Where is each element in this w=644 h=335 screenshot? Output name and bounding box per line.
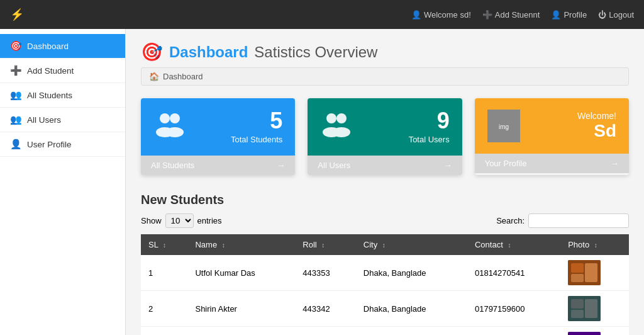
cell-name: Shirin Akter [187,291,295,327]
cell-sl: 2 [141,291,187,327]
all-users-icon: 👥 [10,114,22,125]
user-profile-icon: 👤 [10,139,22,150]
page-title: 🎯 Dashboard Satistics Overview [141,42,629,62]
search-input[interactable] [528,213,629,228]
cell-photo [560,255,629,291]
sidebar-item-add-student[interactable]: ➕ Add Student [0,59,125,83]
table-row: 3 Dhaka, Banglade 01787163600 [141,327,629,336]
search-box: Search: [496,213,629,228]
svg-rect-17 [571,310,584,318]
photo-thumbnail [568,332,601,335]
svg-point-1 [170,113,180,123]
brand-logo: ⚡ [10,8,24,21]
svg-rect-12 [585,263,597,282]
profile-card-bottom[interactable]: Your Profile → [475,154,629,173]
cell-contact: 01814270541 [467,255,560,291]
svg-point-0 [160,113,170,123]
sidebar-item-user-profile[interactable]: 👤 User Profile [0,132,125,157]
cell-city: Dhaka, Banglade [356,327,467,336]
profile-card-top: img Welcome! Sd [475,98,629,154]
cell-name [187,327,295,336]
cell-sl: 1 [141,255,187,291]
col-contact: Contact ↕ [467,234,560,255]
users-arrow-icon: → [444,161,452,170]
profile-welcome-text: Welcome! Sd [577,111,616,141]
svg-rect-16 [585,299,597,318]
entries-select[interactable]: 10 25 50 [165,213,194,228]
cell-name: Utfol Kumar Das [187,255,295,291]
cell-photo [560,327,629,336]
svg-rect-13 [571,274,584,282]
svg-point-5 [336,113,347,123]
photo-thumbnail [568,296,601,321]
dashboard-title-icon: 🎯 [141,42,163,62]
new-students-title: New Students [141,193,629,207]
users-card-icon [320,111,353,144]
svg-rect-18 [568,332,601,335]
sort-icon-sl: ↕ [163,242,166,249]
add-student-link[interactable]: ➕ Add Stuennt [482,10,540,20]
search-label: Search: [496,216,525,225]
new-students-section: New Students Show 10 25 50 entries Searc… [141,193,629,335]
profile-avatar: img [487,110,520,142]
svg-text:img: img [499,123,509,130]
table-row: 1 Utfol Kumar Das 443353 Dhaka, Banglade… [141,255,629,291]
cell-sl: 3 [141,327,187,336]
sort-icon-contact: ↕ [508,242,511,249]
cell-contact: 01797159600 [467,291,560,327]
students-card: 5 Total Students All Students → [141,98,295,175]
profile-nav-icon: 👤 [551,10,561,20]
cell-roll [295,327,355,336]
svg-rect-15 [571,299,584,309]
svg-rect-11 [571,263,584,273]
cell-photo [560,291,629,327]
col-city: City ↕ [356,234,467,255]
svg-point-3 [166,127,184,137]
table-controls: Show 10 25 50 entries Search: [141,213,629,228]
users-card-top: 9 Total Users [308,98,462,156]
users-card-bottom[interactable]: All Users → [308,156,462,175]
col-sl: SL ↕ [141,234,187,255]
navbar: ⚡ 👤 Welcome sd! ➕ Add Stuennt 👤 Profile … [0,0,644,29]
svg-point-7 [333,127,350,137]
col-roll: Roll ↕ [295,234,355,255]
main-content: 🎯 Dashboard Satistics Overview 🏠 Dashboa… [126,29,644,335]
users-card: 9 Total Users All Users → [308,98,462,175]
layout: 🎯 Dashboard ➕ Add Student 👥 All Students… [0,29,644,335]
logout-link[interactable]: ⏻ Logout [598,10,634,20]
user-icon: 👤 [411,10,421,20]
col-name: Name ↕ [187,234,295,255]
students-table: SL ↕ Name ↕ Roll ↕ City ↕ Contact ↕ Phot… [141,234,629,335]
profile-link[interactable]: 👤 Profile [551,10,587,20]
col-photo: Photo ↕ [560,234,629,255]
profile-arrow-icon: → [611,159,619,168]
add-student-icon: ➕ [482,10,492,20]
users-card-nums: 9 Total Users [409,110,450,144]
sidebar-item-dashboard[interactable]: 🎯 Dashboard [0,34,125,59]
all-students-icon: 👥 [10,89,22,101]
brand-icon: ⚡ [10,8,24,21]
students-card-icon [153,111,186,144]
students-card-bottom[interactable]: All Students → [141,156,295,175]
cell-city: Dhaka, Banglade [356,291,467,327]
cell-roll: 443342 [295,291,355,327]
table-row: 2 Shirin Akter 443342 Dhaka, Banglade 01… [141,291,629,327]
welcome-text: 👤 Welcome sd! [411,10,471,20]
show-entries: Show 10 25 50 entries [141,213,222,228]
students-card-top: 5 Total Students [141,98,295,156]
breadcrumb: 🏠 Dashboard [141,67,629,86]
sidebar-item-all-users[interactable]: 👥 All Users [0,108,125,132]
cell-roll: 443353 [295,255,355,291]
cell-contact: 01787163600 [467,327,560,336]
power-icon: ⏻ [598,10,606,20]
cell-city: Dhaka, Banglade [356,255,467,291]
dashboard-icon: 🎯 [10,40,22,52]
students-arrow-icon: → [277,161,285,170]
profile-card: img Welcome! Sd Your Profile → [475,98,629,175]
students-card-nums: 5 Total Students [231,110,282,144]
add-student-sidebar-icon: ➕ [10,65,22,76]
sort-icon-name: ↕ [222,242,225,249]
sidebar-item-all-students[interactable]: 👥 All Students [0,83,125,108]
svg-point-4 [326,113,336,123]
photo-thumbnail [568,260,601,285]
